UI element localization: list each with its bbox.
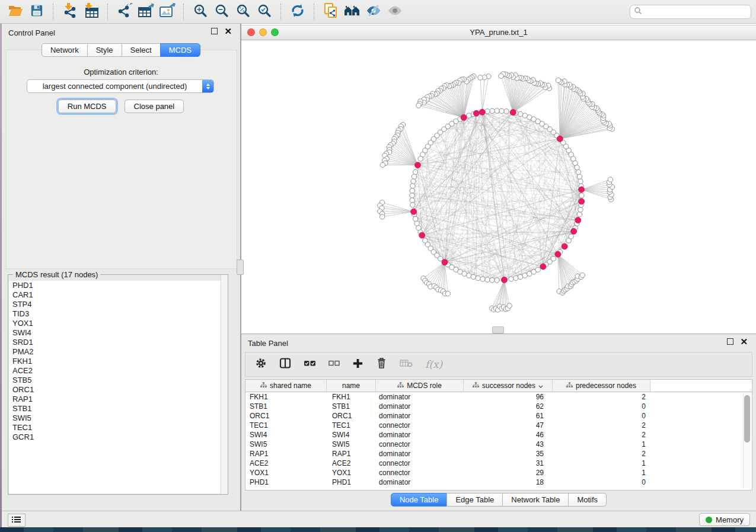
sort-chevron-icon[interactable] [538,382,543,390]
add-icon[interactable] [352,358,363,371]
table-row[interactable]: YOX1YOX1connector291 [245,468,752,477]
table-cell[interactable]: 1 [553,459,650,467]
tab-network-table[interactable]: Network Table [502,493,569,507]
table-cell[interactable]: 47 [464,421,553,430]
table-cell[interactable]: connector [376,440,464,448]
gear-icon[interactable] [255,357,267,371]
close-panel-icon[interactable]: ✕ [740,338,748,345]
search-field[interactable] [630,5,751,19]
table-row[interactable]: PHD1PHD1dominator180 [245,477,752,487]
table-cell[interactable]: SWI5 [327,440,376,448]
close-window-icon[interactable] [247,28,255,36]
zoom-fit-button[interactable] [232,2,254,21]
column-header-MCDS-role[interactable]: MCDS role [376,380,464,392]
table-cell[interactable]: 62 [464,402,553,411]
mcds-result-item[interactable]: RAP1 [9,395,227,404]
table-cell[interactable]: dominator [376,431,464,439]
table-row[interactable]: RAP1RAP1dominator352 [245,449,752,459]
table-cell[interactable]: 2 [553,450,650,458]
first-neighbors-button[interactable] [342,2,363,21]
table-cell[interactable]: dominator [376,450,464,458]
table-cell[interactable]: SWI4 [327,431,376,439]
table-cell[interactable]: ORC1 [245,412,327,420]
export-table-button[interactable] [135,2,157,21]
table-cell[interactable]: connector [376,421,464,430]
table-row[interactable]: SWI4SWI4dominator462 [245,430,752,440]
table-row[interactable]: FKH1FKH1dominator962 [245,392,752,402]
table-scrollbar[interactable] [743,393,751,488]
mcds-result-item[interactable]: FKH1 [9,357,227,366]
table-cell[interactable]: STB1 [245,402,327,411]
table-cell[interactable]: 1 [553,440,650,448]
split-view-icon[interactable] [279,357,291,371]
import-table-button[interactable] [81,2,102,21]
table-cell[interactable]: RAP1 [245,450,327,458]
trash-icon[interactable] [376,357,387,371]
network-titlebar[interactable]: YPA_prune.txt_1 [241,25,756,40]
float-panel-icon[interactable] [211,28,218,34]
table-cell[interactable]: SWI4 [245,431,327,439]
close-panel-button[interactable]: Close panel [125,100,184,113]
table-cell[interactable]: 61 [464,412,553,420]
column-header-successor-nodes[interactable]: successor nodes [464,380,553,392]
column-header-shared-name[interactable]: shared name [245,380,327,392]
maximize-window-icon[interactable] [271,28,279,36]
table-cell[interactable]: dominator [376,412,464,420]
mcds-result-item[interactable]: STP4 [9,300,227,309]
hide-selected-button[interactable] [363,2,384,21]
tab-network[interactable]: Network [42,43,88,57]
export-image-button[interactable] [157,2,178,21]
table-row[interactable]: STB1STB1dominator620 [245,402,752,411]
table-cell[interactable]: 18 [464,478,553,486]
table-cell[interactable]: 2 [553,393,650,401]
zoom-in-button[interactable] [190,2,211,21]
tab-select[interactable]: Select [122,43,161,57]
mcds-result-item[interactable]: SRD1 [9,338,227,347]
table-row[interactable]: TEC1TEC1connector472 [245,421,752,430]
table-cell[interactable]: 46 [464,431,553,439]
table-cell[interactable]: dominator [376,393,464,401]
table-cell[interactable]: STB1 [327,402,376,411]
select-all-icon[interactable] [304,358,316,370]
mcds-result-item[interactable]: PMA2 [9,347,227,357]
table-cell[interactable]: 0 [553,412,650,420]
table-cell[interactable]: YOX1 [245,469,327,477]
table-cell[interactable]: YOX1 [327,469,376,477]
open-button[interactable] [5,2,26,21]
table-cell[interactable]: PHD1 [327,478,376,486]
tab-motifs[interactable]: Motifs [568,493,607,507]
mcds-result-item[interactable]: SWI4 [9,328,227,338]
table-scrollbar-thumb[interactable] [744,395,750,443]
table-cell[interactable]: FKH1 [327,393,376,401]
memory-button[interactable]: Memory [699,513,750,526]
network-graph[interactable] [241,39,756,334]
mcds-result-item[interactable]: SWI5 [9,414,227,423]
table-cell[interactable]: ACE2 [245,459,327,467]
table-cell[interactable]: FKH1 [245,393,327,401]
table-cell[interactable]: 2 [553,421,650,430]
save-button[interactable] [26,2,47,21]
tab-style[interactable]: Style [87,43,122,57]
mcds-result-item[interactable]: CAR1 [9,290,227,300]
close-panel-icon[interactable]: ✕ [224,28,232,34]
criterion-dropdown[interactable]: largest connected component (undirected) [27,79,214,93]
table-cell[interactable]: 2 [553,431,650,439]
minimize-window-icon[interactable] [259,28,267,36]
table-cell[interactable]: dominator [376,402,464,411]
show-all-button[interactable] [384,2,406,21]
table-cell[interactable]: TEC1 [327,421,376,430]
table-cell[interactable]: dominator [376,478,464,486]
mcds-list-scrollbar[interactable] [221,275,228,494]
table-cell[interactable]: 96 [464,393,553,401]
table-cell[interactable]: SWI5 [245,440,327,448]
table-cell[interactable]: 0 [553,402,650,411]
zoom-out-button[interactable] [211,2,232,21]
horizontal-splitter-handle[interactable] [492,326,504,334]
tab-edge-table[interactable]: Edge Table [446,493,503,507]
export-network-button[interactable] [114,2,135,21]
clone-network-button[interactable] [320,2,342,21]
mcds-result-item[interactable]: TEC1 [9,423,227,432]
column-header-name[interactable]: name [327,380,376,392]
table-cell[interactable]: 1 [553,469,650,477]
mcds-result-item[interactable]: ORC1 [9,385,227,395]
